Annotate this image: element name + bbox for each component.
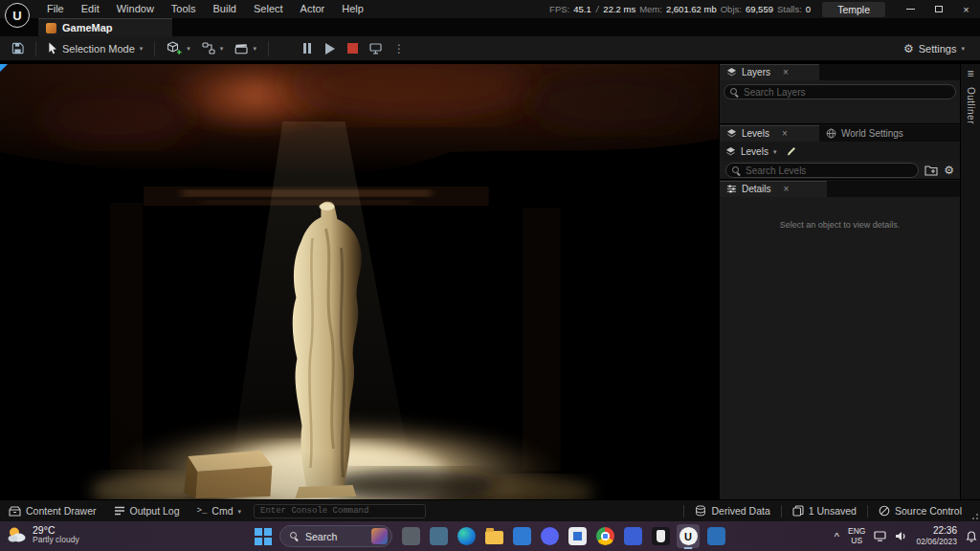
taskbar-app-icon-chrome[interactable] bbox=[593, 524, 616, 548]
search-icon bbox=[732, 166, 741, 175]
menu-select[interactable]: Select bbox=[245, 0, 292, 18]
notification-bell-icon[interactable] bbox=[966, 531, 977, 542]
chevron-down-icon: ▾ bbox=[187, 45, 190, 52]
window-resize-grip[interactable] bbox=[972, 514, 974, 516]
taskbar-search[interactable]: Search bbox=[279, 525, 392, 547]
cinematics-icon bbox=[234, 43, 248, 55]
app-icon bbox=[568, 527, 587, 545]
outliner-tab-label: Outliner bbox=[966, 87, 976, 124]
close-levels-icon[interactable]: × bbox=[782, 128, 788, 139]
play-options-button[interactable]: ⋮ bbox=[390, 39, 409, 58]
levels-search-row: ⚙ bbox=[720, 161, 960, 178]
taskbar-app-icon-12[interactable] bbox=[704, 524, 727, 548]
stalls-label: Stalls: bbox=[777, 4, 802, 14]
gear-icon: ⚙ bbox=[903, 43, 914, 55]
hidden-icons-chevron[interactable]: ^ bbox=[835, 531, 839, 542]
menu-edit[interactable]: Edit bbox=[73, 0, 108, 18]
language-indicator[interactable]: ENG US bbox=[848, 527, 865, 545]
output-log-button[interactable]: Output Log bbox=[105, 500, 189, 521]
levels-settings-button[interactable]: ⚙ bbox=[944, 165, 954, 176]
pause-icon bbox=[303, 43, 311, 54]
unreal-engine-icon: U bbox=[679, 527, 698, 545]
menu-help[interactable]: Help bbox=[333, 0, 372, 18]
menu-file[interactable]: File bbox=[38, 0, 73, 18]
content-drawer-button[interactable]: Content Drawer bbox=[0, 500, 105, 521]
output-log-icon bbox=[114, 506, 125, 516]
folder-plus-icon bbox=[924, 165, 938, 176]
status-separator bbox=[867, 505, 868, 518]
levels-search-input[interactable] bbox=[746, 165, 912, 176]
levels-menu-button[interactable]: Levels ▾ bbox=[725, 146, 776, 157]
console-command-input[interactable] bbox=[260, 506, 419, 516]
menu-actor[interactable]: Actor bbox=[292, 0, 334, 18]
levels-search[interactable] bbox=[725, 163, 919, 178]
blueprints-dropdown[interactable]: ▾ bbox=[196, 39, 230, 57]
tab-gamemap[interactable]: GameMap bbox=[38, 18, 172, 36]
derived-data-label: Derived Data bbox=[711, 505, 769, 517]
taskbar-app-icon-epic-games[interactable] bbox=[649, 524, 672, 548]
outliner-collapsed-tab[interactable]: ≡ Outliner bbox=[961, 64, 980, 499]
taskbar-app-icon-2[interactable] bbox=[427, 524, 450, 548]
menu-tools[interactable]: Tools bbox=[163, 0, 205, 18]
settings-dropdown[interactable]: ⚙ Settings ▾ bbox=[898, 40, 970, 57]
taskbar-weather-widget[interactable]: 29°C Partly cloudy bbox=[6, 524, 79, 545]
taskbar-app-icon-unreal[interactable]: U bbox=[677, 524, 700, 548]
eject-button[interactable] bbox=[367, 39, 386, 58]
performance-stats: FPS: 45.1 / 22.2 ms Mem: 2,601.62 mb Obj… bbox=[549, 4, 811, 14]
level-viewport[interactable] bbox=[0, 64, 719, 499]
unreal-logo[interactable]: U bbox=[5, 3, 30, 28]
derived-data-button[interactable]: Derived Data bbox=[686, 500, 778, 521]
save-button[interactable] bbox=[6, 39, 30, 57]
start-button[interactable] bbox=[253, 526, 274, 547]
taskbar-app-icon-edge[interactable] bbox=[455, 524, 478, 548]
vertical-dots-icon: ⋮ bbox=[393, 43, 405, 55]
layers-search[interactable] bbox=[724, 84, 956, 99]
levels-tab[interactable]: Levels × bbox=[720, 125, 819, 142]
status-bar-right: Derived Data 1 Unsaved Source Control bbox=[681, 500, 980, 521]
stop-button[interactable] bbox=[344, 39, 363, 58]
menu-window[interactable]: Window bbox=[108, 0, 163, 18]
unsaved-button[interactable]: 1 Unsaved bbox=[784, 500, 865, 521]
console-command-field[interactable] bbox=[254, 504, 426, 518]
layers-panel: Layers × bbox=[720, 64, 960, 124]
taskbar-app-icon-discord[interactable] bbox=[538, 524, 561, 548]
play-button[interactable] bbox=[321, 39, 340, 58]
taskbar-app-icon-9[interactable] bbox=[621, 524, 644, 548]
add-level-folder-button[interactable] bbox=[924, 165, 938, 176]
close-layers-icon[interactable]: × bbox=[783, 67, 789, 77]
add-actor-dropdown[interactable]: ▾ bbox=[161, 38, 196, 58]
cinematics-dropdown[interactable]: ▾ bbox=[229, 40, 262, 57]
selection-mode-dropdown[interactable]: Selection Mode ▾ bbox=[42, 39, 148, 57]
edit-level-button[interactable] bbox=[786, 145, 797, 157]
taskbar-app-icon-file-explorer[interactable] bbox=[482, 524, 505, 548]
close-details-icon[interactable]: × bbox=[784, 184, 790, 194]
source-control-button[interactable]: Source Control bbox=[870, 500, 970, 521]
menu-build[interactable]: Build bbox=[205, 0, 245, 18]
taskbar-clock[interactable]: 22:36 02/06/2023 bbox=[916, 525, 957, 546]
layers-tab[interactable]: Layers × bbox=[720, 64, 819, 80]
world-settings-tab[interactable]: World Settings bbox=[819, 125, 940, 142]
layers-panel-header: Layers × bbox=[720, 64, 960, 80]
minimize-button[interactable] bbox=[897, 0, 924, 18]
source-control-label: Source Control bbox=[895, 505, 962, 517]
content-drawer-label: Content Drawer bbox=[26, 505, 97, 517]
mem-label: Mem: bbox=[639, 4, 662, 14]
project-name-button[interactable]: Temple bbox=[822, 2, 885, 17]
taskbar-app-icon-7[interactable] bbox=[566, 524, 589, 548]
settings-label: Settings bbox=[919, 43, 957, 55]
pause-button[interactable] bbox=[298, 39, 317, 58]
network-icon[interactable] bbox=[874, 531, 886, 541]
details-tab[interactable]: Details × bbox=[720, 181, 827, 197]
details-empty-text: Select an object to view details. bbox=[724, 220, 956, 230]
app-icon bbox=[707, 527, 725, 545]
chevron-down-icon: ▾ bbox=[140, 45, 144, 52]
levels-panel-header: Levels × World Settings bbox=[720, 125, 960, 142]
close-button[interactable]: × bbox=[952, 0, 980, 18]
volume-icon[interactable] bbox=[895, 531, 907, 541]
levels-icon bbox=[726, 128, 737, 139]
maximize-button[interactable] bbox=[924, 0, 952, 18]
taskbar-app-icon-5[interactable] bbox=[510, 524, 533, 548]
cmd-dropdown[interactable]: >_ Cmd ▾ bbox=[189, 500, 251, 521]
layers-search-input[interactable] bbox=[744, 87, 949, 98]
taskbar-app-icon-1[interactable] bbox=[399, 524, 422, 548]
